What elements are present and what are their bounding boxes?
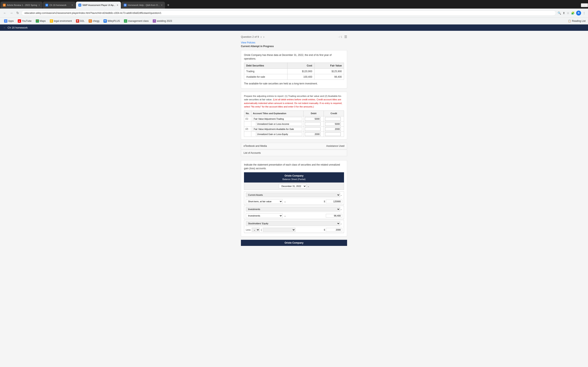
debit-cell-2a[interactable] xyxy=(303,126,324,132)
credit-cell-1b[interactable] xyxy=(324,121,344,126)
account-cell-1a[interactable] xyxy=(251,116,303,121)
list-of-accounts-label: List of Accounts xyxy=(243,151,261,154)
row2-label: Available-for-sale xyxy=(244,74,287,80)
bookmark-wileyplus-label: WileyPLUS xyxy=(108,20,120,22)
investments-row-select[interactable]: Investments xyxy=(246,213,283,218)
debit-input-1b[interactable] xyxy=(305,122,320,126)
bookmark-icon[interactable]: ☆ xyxy=(567,11,570,15)
view-policies-link[interactable]: View Policies xyxy=(241,41,347,44)
entry-num-blank-1 xyxy=(244,121,251,126)
current-assets-select[interactable]: Current Assets xyxy=(246,193,340,197)
tab-more-button[interactable]: ⌄ xyxy=(581,3,588,7)
etextbook-bar[interactable]: eTextbook and Media Assistance Used xyxy=(241,143,347,149)
account-cell-2b[interactable] xyxy=(251,132,303,137)
eq-value-cell: $ xyxy=(324,228,342,232)
stockholders-equity-chevron: ⌄ xyxy=(340,222,342,225)
tab-ch16[interactable]: W Ch 16 homework × xyxy=(43,2,76,8)
bookmark-youtube[interactable]: ▶ YouTube xyxy=(16,19,33,23)
bookmark-wedding[interactable]: 💍 wedding 2023 xyxy=(151,19,174,23)
debit-cell-2b[interactable] xyxy=(303,132,324,137)
new-tab-button[interactable]: + xyxy=(165,3,172,8)
tab-close-1[interactable]: × xyxy=(38,3,40,7)
current-assets-header[interactable]: Current Assets ⌄ xyxy=(244,192,344,198)
account-input-2b[interactable] xyxy=(256,132,302,136)
bookmark-maps[interactable]: 📍 Maps xyxy=(34,19,47,23)
reading-list-icon: 📋 xyxy=(568,20,571,22)
bookmark-chegg[interactable]: C chegg xyxy=(87,19,101,23)
address-input[interactable] xyxy=(21,10,556,16)
search-icon[interactable]: 🔍 xyxy=(558,11,561,15)
next-question-button[interactable]: › xyxy=(263,35,264,39)
tab-close-3[interactable]: × xyxy=(117,3,118,7)
stockholders-equity-select[interactable]: Stockholders' Equity xyxy=(246,221,340,226)
question-list-icon[interactable]: ☰ xyxy=(344,35,347,39)
bookmark-wileyplus[interactable]: W WileyPLUS xyxy=(102,19,122,23)
debit-input-1a[interactable] xyxy=(305,117,320,121)
extension-icon[interactable]: 🧩 xyxy=(571,11,575,15)
debit-input-2b[interactable] xyxy=(305,132,320,136)
tab-icon-3: W xyxy=(78,4,81,7)
prev-question-button[interactable]: ‹ xyxy=(260,35,261,39)
entry-num-2: (2) xyxy=(244,126,251,132)
eq-mid-select[interactable] xyxy=(263,228,295,232)
forward-button[interactable]: → xyxy=(9,10,14,16)
debit-input-2a[interactable] xyxy=(305,127,320,131)
reading-list[interactable]: 📋 Reading List xyxy=(568,20,586,22)
entry-num-blank-2 xyxy=(244,132,251,137)
stockholders-equity-header[interactable]: Stockholders' Equity ⌄ xyxy=(244,220,344,227)
short-term-select[interactable]: Short-term, at fair value xyxy=(246,199,283,204)
short-term-input[interactable] xyxy=(326,200,342,203)
investments-section-select[interactable]: Investments xyxy=(246,207,340,211)
bookmark-management-label: management class xyxy=(128,20,149,22)
bookmark-legal-label: legal enviroment xyxy=(54,20,72,22)
account-cell-1b[interactable] xyxy=(251,121,303,126)
back-button[interactable]: ← xyxy=(2,10,7,16)
account-input-1b[interactable] xyxy=(256,122,302,126)
credit-cell-2a[interactable] xyxy=(324,126,344,132)
page-nav-title: Ch 16 homework xyxy=(8,26,27,29)
tab-homework-help[interactable]: ★ Homework Help - Q&A from O... × xyxy=(121,2,165,8)
list-of-accounts-bar[interactable]: List of Accounts xyxy=(241,150,347,156)
debit-cell-1a[interactable] xyxy=(303,116,324,121)
avatar[interactable]: R xyxy=(576,11,581,16)
tab-close-4[interactable]: × xyxy=(161,3,163,7)
bookmark-management[interactable]: m management class xyxy=(122,19,150,23)
credit-input-2a[interactable] xyxy=(325,127,341,131)
debit-cell-1b[interactable] xyxy=(303,121,324,126)
bookmark-d2l[interactable]: B D2L xyxy=(74,19,86,23)
bookmark-legal[interactable]: C legal enviroment xyxy=(48,19,73,23)
assistance-label: Assistance Used xyxy=(326,145,345,147)
reading-list-label: Reading List xyxy=(572,20,586,22)
menu-icon[interactable]: ⋮ xyxy=(583,11,586,15)
bs-date-row[interactable]: December 31, 2022 ⌄ xyxy=(244,183,344,190)
account-cell-2a[interactable] xyxy=(251,126,303,132)
credit-cell-1a[interactable] xyxy=(324,116,344,121)
bs-date-select[interactable]: December 31, 2022 xyxy=(279,184,306,188)
eq-mid xyxy=(263,228,323,232)
credit-input-2b[interactable] xyxy=(325,132,341,136)
address-icons: 🔍 ⬆ ☆ 🧩 R ⋮ xyxy=(558,11,586,16)
eq-dollar: $ xyxy=(324,228,325,232)
table-row: Available-for-sale 100,400 98,400 xyxy=(244,74,344,80)
investments-section-header[interactable]: Investments ⌄ xyxy=(244,206,344,213)
col-header-cost: Cost xyxy=(287,63,314,69)
eq-input[interactable] xyxy=(326,228,342,232)
share-icon[interactable]: ⬆ xyxy=(563,11,565,15)
less-chevron-select[interactable]: ⌄ xyxy=(252,228,260,232)
credit-input-1a[interactable] xyxy=(325,117,341,121)
investments-input[interactable] xyxy=(326,214,342,217)
question-prompt: Oriole Company has these data at Decembe… xyxy=(244,53,344,60)
legal-icon: C xyxy=(50,19,53,23)
tab-article-review[interactable]: A Article Review 1 - 2022 Spring × xyxy=(0,2,43,8)
account-input-2a[interactable] xyxy=(252,127,302,131)
credit-cell-2b[interactable] xyxy=(324,132,344,137)
account-input-1a[interactable] xyxy=(252,117,302,121)
col-account: Account Titles and Explanation xyxy=(251,111,303,117)
credit-input-1b[interactable] xyxy=(325,122,341,126)
page-nav-back-button[interactable]: ← xyxy=(3,26,6,29)
bookmark-apps[interactable]: ⊞ Apps xyxy=(2,19,15,23)
investments-section: Investments ⌄ Investments ⌄ xyxy=(244,206,344,219)
tab-close-2[interactable]: × xyxy=(71,3,73,7)
tab-nwp-active[interactable]: W NWP Assessment Player UI Ap... × xyxy=(76,2,121,8)
reload-button[interactable]: ↻ xyxy=(16,10,20,16)
